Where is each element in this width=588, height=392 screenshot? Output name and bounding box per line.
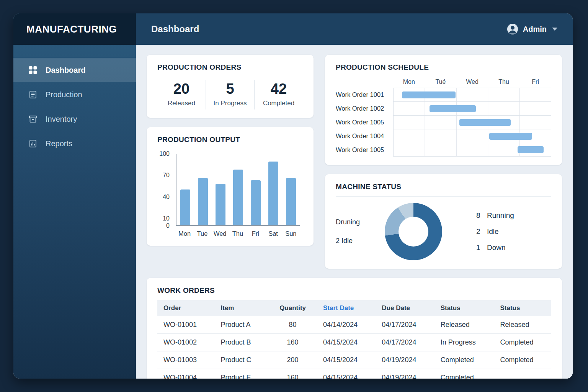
table-row[interactable]: WO-01004Product E16004/15/202404/19/2024… (157, 369, 551, 379)
machine-status-donut-chart (385, 203, 442, 260)
gantt-track (393, 101, 551, 115)
legend-item: 2Idle (476, 227, 514, 236)
production-orders-title: PRODUCTION ORDERS (157, 63, 303, 72)
user-avatar-icon (507, 23, 518, 35)
stat-completed: 42 Completed (254, 80, 303, 109)
production-output-title: PRODUCTION OUTPUT (157, 136, 303, 144)
table-cell (494, 369, 551, 379)
table-cell: 160 (268, 334, 317, 351)
gantt-body: Work Order 1001Work Order 1002Work Order… (336, 88, 551, 157)
table-row[interactable]: WO-01002Product B16004/15/202404/17/2024… (157, 334, 551, 351)
column-header-status[interactable]: Status (434, 300, 494, 316)
table-cell: 04/15/2024 (317, 369, 376, 379)
table-cell: 04/19/2024 (376, 369, 434, 379)
chart-yaxis: 0104070100 (157, 154, 173, 226)
x-tick-label: Sat (266, 230, 281, 237)
table-cell: Product C (215, 351, 269, 369)
sidebar-item-dashboard[interactable]: Dashboard (13, 58, 136, 82)
stat-value: 20 (157, 81, 206, 97)
sidebar-item-inventory[interactable]: Inventory (13, 107, 136, 131)
sidebar-item-label: Reports (46, 139, 72, 148)
divider (460, 203, 460, 260)
production-output-chart: 0104070100 MonTueWedThuFriSatSun (157, 150, 303, 237)
x-tick-label: Fri (248, 230, 263, 237)
table-cell: Completed (434, 351, 494, 369)
sidebar-menu: DashboardProductionInventoryReports (13, 58, 136, 156)
page-title: Dashboard (151, 24, 199, 34)
gantt-row-label: Work Order 1004 (336, 129, 393, 143)
chart-bar (251, 180, 261, 225)
y-tick-label: 10 (163, 215, 170, 222)
legend-label: Idle (487, 227, 499, 236)
gantt-bar[interactable] (489, 133, 532, 140)
production-schedule-title: PRODUCTION SCHEDULE (336, 63, 551, 72)
gantt-row: Work Order 1005 (336, 115, 551, 129)
dashboard-grid-icon (29, 66, 37, 74)
brand-title: MANUFACTURING (13, 13, 136, 45)
gantt-bar[interactable] (402, 91, 456, 98)
gantt-day-label: Wed (456, 78, 488, 85)
legend-item: 8Running (476, 211, 514, 220)
stat-label: In Progress (206, 100, 254, 107)
column-header-order[interactable]: Order (157, 300, 215, 316)
column-header-status[interactable]: Status (494, 300, 551, 316)
sidebar-item-reports[interactable]: Reports (13, 131, 136, 156)
table-cell: 80 (268, 316, 317, 334)
stat-label: Completed (255, 100, 303, 107)
machine-status-body: Druning 2 Idle 8Running2Idle1Down (336, 203, 551, 260)
table-cell: Completed (434, 369, 494, 379)
legend-count: 8 (476, 211, 482, 220)
reports-book-icon (29, 139, 37, 148)
sidebar-item-label: Dashboard (46, 66, 85, 75)
column-header-quantity[interactable]: Quantity (268, 300, 317, 316)
main-area: Dashboard Admin PRODUCTION ORDERS (136, 13, 573, 379)
sidebar-item-production[interactable]: Production (13, 82, 136, 107)
column-header-due-date[interactable]: Due Date (376, 300, 434, 316)
gantt-bar[interactable] (430, 105, 476, 112)
column-header-item[interactable]: Item (215, 300, 269, 316)
table-cell: Product E (215, 369, 269, 379)
table-cell: WO-01004 (157, 369, 215, 379)
chart-bar (198, 178, 208, 225)
gantt-day-label: Tué (425, 78, 457, 85)
chevron-down-icon (552, 28, 557, 31)
x-tick-label: Thu (230, 230, 245, 237)
gantt-track (393, 129, 551, 143)
table-cell: WO-01003 (157, 351, 215, 369)
y-tick-label: 70 (163, 172, 170, 179)
legend-label: Running (487, 211, 514, 220)
table-cell: Product A (215, 316, 269, 334)
legend-item: 1Down (476, 243, 514, 252)
gantt-row: Work Order 1005 (336, 143, 551, 157)
machine-status-title: MACHINE STATUS (336, 183, 551, 191)
table-cell: 200 (268, 351, 317, 369)
column-header-start-date[interactable]: Start Date (317, 300, 376, 316)
gantt-day-label: Fri (519, 78, 551, 85)
table-row[interactable]: WO-01003Product C20004/15/202404/19/2024… (157, 351, 551, 369)
admin-menu[interactable]: Admin (507, 23, 557, 35)
table-row[interactable]: WO-01001Product A8004/14/202404/17/2024R… (157, 316, 551, 334)
machine-status-side-label: 2 Idle (336, 237, 385, 245)
chart-bar (286, 178, 296, 225)
stat-released: 20 Released (157, 80, 206, 109)
production-list-icon (29, 90, 37, 99)
gantt-row-label: Work Order 1002 (336, 101, 393, 115)
gantt-row-label: Work Order 1005 (336, 143, 393, 157)
x-tick-label: Mon (177, 230, 192, 237)
gantt-row: Work Order 1002 (336, 101, 551, 115)
gantt-row-label: Work Order 1005 (336, 115, 393, 129)
chart-bars (176, 154, 300, 225)
sidebar-item-label: Production (46, 90, 82, 99)
gantt-bar[interactable] (459, 119, 511, 126)
table-cell: Released (434, 316, 494, 334)
gantt-day-label: Mon (393, 78, 425, 85)
y-tick-label: 40 (163, 194, 170, 201)
gantt-bar[interactable] (518, 146, 544, 153)
gantt-row-label: Work Order 1001 (336, 88, 393, 101)
table-cell: WO-01002 (157, 334, 215, 351)
gantt-day-label: Thu (488, 78, 520, 85)
table-cell: Completed (494, 334, 551, 351)
table-cell: Product B (215, 334, 269, 351)
chart-bar (233, 170, 243, 225)
stat-label: Released (157, 100, 206, 107)
